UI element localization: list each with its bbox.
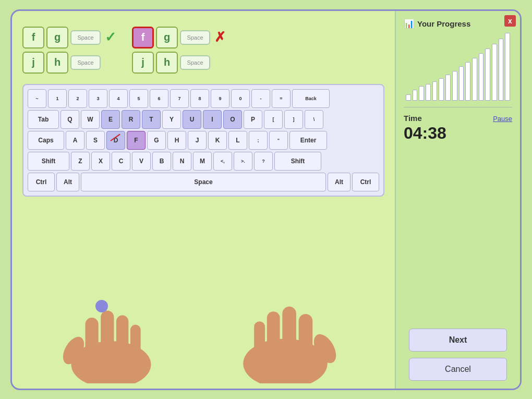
key-f[interactable]: F [127,131,146,150]
key-alt-right[interactable]: Alt [328,173,350,191]
key-4[interactable]: 4 [109,89,128,108]
key-7[interactable]: 7 [170,89,189,108]
key-u[interactable]: U [183,110,201,129]
cross-icon: ✗ [214,29,226,45]
key-comma[interactable]: <, [213,152,232,171]
key-1[interactable]: 1 [48,89,67,108]
bar [505,33,510,101]
pause-link[interactable]: Pause [493,115,512,123]
key-shift-right[interactable]: Shift [274,152,321,171]
key-i[interactable]: I [203,110,222,129]
key-g-right: g [156,27,178,49]
key-enter[interactable]: Enter [289,131,327,150]
divider-1 [404,107,512,107]
key-period[interactable]: >. [234,152,252,171]
key-spacebar[interactable]: Space [81,173,326,191]
key-d[interactable]: D [106,131,125,150]
key-t[interactable]: T [142,110,161,129]
bar [485,49,490,100]
key-0[interactable]: 0 [231,89,250,108]
key-caps[interactable]: Caps [28,131,64,150]
cancel-button[interactable]: Cancel [409,358,506,381]
close-button[interactable]: x [504,15,516,27]
key-j-right: j [132,52,154,74]
key-ctrl-right[interactable]: Ctrl [352,173,379,191]
progress-title: 📊 Your Progress [404,19,512,29]
key-k[interactable]: K [208,131,227,150]
key-e[interactable]: E [101,110,120,129]
time-section: Time Pause 04:38 [404,114,512,143]
key-space-right2: Space [180,55,210,70]
key-x[interactable]: X [91,152,110,171]
key-lbracket[interactable]: [ [264,110,283,129]
key-5[interactable]: 5 [129,89,148,108]
time-row: Time Pause [404,114,512,123]
key-2[interactable]: 2 [68,89,87,108]
svg-rect-11 [254,321,265,357]
key-g-left: g [46,27,68,49]
key-a[interactable]: A [66,131,84,150]
key-tilde[interactable]: ~ [28,89,46,108]
svg-rect-10 [267,311,280,355]
key-slash[interactable]: ? [254,152,273,171]
bar [445,75,451,101]
bar [413,90,418,100]
key-minus[interactable]: - [251,89,270,108]
key-v[interactable]: V [132,152,151,171]
key-ctrl-left[interactable]: Ctrl [28,173,55,191]
bar-chart-icon: 📊 [404,19,414,29]
key-3[interactable]: 3 [89,89,107,108]
bar [419,86,424,100]
bar [432,81,438,100]
key-s[interactable]: S [86,131,105,150]
key-tab[interactable]: Tab [28,110,59,129]
key-b[interactable]: B [152,152,171,171]
key-alt-left[interactable]: Alt [56,173,79,191]
right-hand-svg [228,284,343,383]
bar [499,39,504,101]
key-q[interactable]: Q [61,110,79,129]
hand-left [54,289,168,383]
svg-rect-9 [282,306,296,353]
hands-area [22,202,384,383]
key-quote[interactable]: " [269,131,288,150]
key-equals[interactable]: = [272,89,291,108]
kb-row-qwerty: Tab Q W E R T Y U I O P [ ] \ [28,110,379,129]
key-m[interactable]: M [193,152,212,171]
key-c[interactable]: C [112,152,130,171]
key-j[interactable]: J [188,131,207,150]
key-backspace[interactable]: Back [292,89,330,108]
bar [439,78,444,101]
bar [406,94,411,100]
key-8[interactable]: 8 [190,89,209,108]
key-backslash[interactable]: \ [305,110,323,129]
svg-rect-5 [130,324,141,358]
kb-row-bottom: Ctrl Alt Space Alt Ctrl [28,173,379,191]
check-icon: ✓ [105,29,116,45]
key-combos-area: f g Space ✓ j h Space f g Space ✗ [22,27,226,74]
key-n[interactable]: N [173,152,191,171]
key-o[interactable]: O [223,110,242,129]
key-r[interactable]: R [122,110,140,129]
key-h[interactable]: H [167,131,186,150]
left-hand-svg [54,289,168,383]
key-y[interactable]: Y [162,110,181,129]
key-f-left: f [22,27,44,49]
bar [472,58,477,100]
key-9[interactable]: 9 [211,89,229,108]
progress-section: 📊 Your Progress [404,19,512,101]
key-space-right1: Space [180,30,210,45]
key-semicolon[interactable]: ; [249,131,268,150]
key-rbracket[interactable]: ] [284,110,303,129]
next-button[interactable]: Next [409,329,506,352]
key-l[interactable]: L [228,131,247,150]
key-w[interactable]: W [81,110,100,129]
key-p[interactable]: P [244,110,262,129]
combo-left-row1: f g Space ✓ [22,27,116,49]
key-g[interactable]: G [147,131,166,150]
key-6[interactable]: 6 [150,89,168,108]
kb-row-asdf: Caps A S D F G H J K L ; " Enter [28,131,379,150]
key-shift-left[interactable]: Shift [28,152,69,171]
key-f-right: f [132,27,154,49]
key-z[interactable]: Z [71,152,90,171]
